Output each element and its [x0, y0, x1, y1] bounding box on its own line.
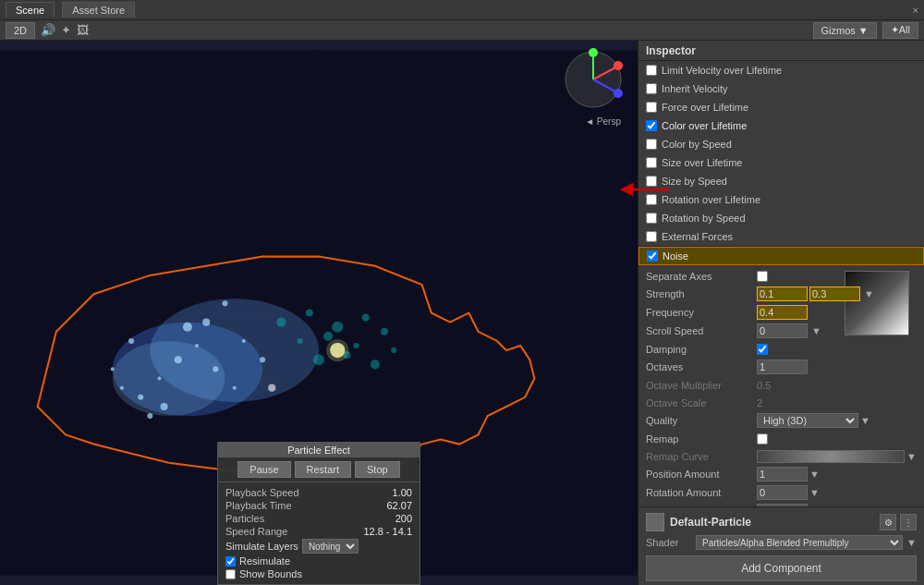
comp-size-lifetime-check[interactable] [646, 157, 657, 168]
rotation-amount-dropdown[interactable]: ▼ [809, 487, 820, 498]
strength-label: Strength [646, 288, 757, 299]
comp-color-lifetime-check[interactable] [646, 120, 657, 131]
position-amount-dropdown[interactable]: ▼ [809, 469, 820, 480]
audio-icon[interactable]: 🔊 [41, 23, 55, 37]
inspector-body[interactable]: Limit Velocity over Lifetime Inherit Vel… [638, 61, 924, 506]
2d-toggle[interactable]: 2D [6, 22, 35, 39]
effects-icon[interactable]: ✦ [61, 23, 71, 37]
svg-point-34 [313, 354, 324, 365]
tab-scene[interactable]: Scene [6, 2, 55, 18]
frequency-input[interactable] [757, 305, 808, 320]
pause-btn[interactable]: Pause [237, 461, 290, 478]
shader-select[interactable]: Particles/Alpha Blended Premultiply [696, 535, 903, 550]
strength-input-1[interactable] [757, 286, 808, 301]
svg-point-13 [195, 344, 199, 347]
noise-expanded: Preview Separate Axes Strength ▼ [638, 265, 924, 506]
scroll-speed-label: Scroll Speed [646, 325, 757, 336]
comp-rotation-lifetime[interactable]: Rotation over Lifetime [638, 190, 924, 209]
show-bounds-checkbox[interactable] [225, 569, 236, 579]
svg-point-9 [113, 341, 225, 416]
remap-checkbox[interactable] [757, 433, 768, 445]
svg-point-31 [323, 332, 333, 341]
comp-external-forces-check[interactable] [646, 231, 657, 242]
comp-external-forces[interactable]: External Forces [638, 227, 924, 246]
simulate-select[interactable]: Nothing [302, 539, 359, 554]
playback-time-row: Playback Time 62.07 [225, 499, 412, 512]
add-component-button[interactable]: Add Component [646, 555, 917, 581]
image-icon[interactable]: 🖼 [77, 23, 89, 37]
comp-color-speed-check[interactable] [646, 139, 657, 150]
comp-rotation-speed-check[interactable] [646, 213, 657, 224]
comp-size-speed-check[interactable] [646, 176, 657, 187]
strength-input-2[interactable] [809, 286, 860, 301]
comp-rotation-speed-label: Rotation by Speed [662, 213, 746, 224]
comp-force-lifetime[interactable]: Force over Lifetime [638, 98, 924, 116]
comp-size-lifetime-label: Size over Lifetime [662, 157, 742, 168]
octave-scale-row: Octave Scale 2 [638, 394, 924, 411]
inspector-header: Inspector [638, 41, 924, 61]
dp-more-btn[interactable]: ⋮ [900, 514, 917, 530]
strength-dropdown-icon[interactable]: ▼ [864, 288, 874, 299]
frequency-inputs [757, 305, 808, 320]
particles-val: 200 [395, 513, 412, 524]
comp-inherit-velocity-check[interactable] [646, 83, 657, 94]
svg-point-30 [298, 338, 303, 344]
default-particle-section: Default-Particle ⚙ ⋮ Shader Particles/Al… [638, 506, 924, 585]
comp-color-speed[interactable]: Color by Speed [638, 135, 924, 153]
comp-inherit-velocity[interactable]: Inherit Velocity [638, 79, 924, 98]
tab-asset-store[interactable]: Asset Store [62, 2, 135, 18]
scroll-speed-dropdown[interactable]: ▼ [811, 325, 821, 336]
size-amount-input[interactable] [757, 504, 808, 506]
svg-point-20 [202, 319, 210, 326]
position-amount-label: Position Amount [646, 469, 757, 480]
quality-dropdown-icon[interactable]: ▼ [860, 415, 870, 426]
dp-settings-btn[interactable]: ⚙ [880, 514, 896, 530]
noise-section: Noise Preview Separate Axes Strength [638, 247, 924, 506]
comp-size-speed-label: Size by Speed [662, 176, 727, 187]
rotation-amount-input[interactable] [757, 485, 808, 500]
stop-btn[interactable]: Stop [355, 461, 400, 478]
octaves-label: Octaves [646, 361, 757, 372]
octave-multiplier-val: 0.5 [757, 380, 917, 391]
restart-btn[interactable]: Restart [295, 461, 351, 478]
comp-size-lifetime[interactable]: Size over Lifetime [638, 153, 924, 172]
dp-actions: ⚙ ⋮ [880, 514, 917, 530]
comp-color-lifetime[interactable]: Color over Lifetime [638, 116, 924, 135]
svg-point-28 [332, 322, 343, 333]
octaves-input[interactable] [757, 360, 808, 374]
dp-title: Default-Particle [670, 516, 874, 529]
remap-curve-row: Remap Curve ▼ [638, 447, 924, 465]
remap-curve-bar[interactable] [757, 450, 905, 463]
comp-size-speed[interactable]: Size by Speed [638, 172, 924, 190]
shader-dropdown-icon[interactable]: ▼ [906, 537, 917, 548]
scroll-speed-inputs: ▼ [757, 323, 821, 338]
svg-point-23 [161, 403, 168, 410]
comp-limit-velocity-label: Limit Velocity over Lifetime [662, 65, 782, 76]
svg-point-16 [147, 413, 152, 419]
main-content: ◄ Persp Particle Effect Pause Restart St… [0, 41, 924, 585]
svg-point-25 [222, 300, 227, 306]
simulate-row: Simulate Layers Nothing [225, 538, 412, 555]
gizmos-btn[interactable]: Gizmos ▼ [813, 22, 877, 39]
scroll-speed-input[interactable] [757, 323, 808, 338]
comp-limit-velocity-check[interactable] [646, 65, 657, 76]
resimulate-checkbox[interactable] [225, 556, 236, 567]
comp-rotation-lifetime-check[interactable] [646, 194, 657, 205]
gizmo-widget[interactable] [562, 48, 625, 111]
remap-curve-dropdown[interactable]: ▼ [906, 451, 917, 462]
separate-axes-checkbox[interactable] [757, 271, 768, 282]
comp-force-lifetime-check[interactable] [646, 102, 657, 113]
speed-range-val: 12.8 - 14.1 [363, 526, 412, 537]
close-icon[interactable]: × [913, 5, 918, 16]
damping-checkbox[interactable] [757, 344, 768, 355]
noise-checkbox[interactable] [647, 250, 658, 262]
all-btn[interactable]: ✦All [882, 22, 918, 39]
comp-rotation-speed[interactable]: Rotation by Speed [638, 209, 924, 227]
noise-header-row[interactable]: Noise [638, 247, 924, 265]
rotation-amount-label: Rotation Amount [646, 487, 757, 498]
size-amount-dropdown[interactable]: ▼ [809, 506, 820, 506]
scene-view[interactable]: ◄ Persp Particle Effect Pause Restart St… [0, 41, 638, 585]
quality-select[interactable]: High (3D) Medium (2D) Low (1D) [757, 413, 858, 428]
position-amount-input[interactable] [757, 467, 808, 481]
comp-limit-velocity[interactable]: Limit Velocity over Lifetime [638, 61, 924, 79]
